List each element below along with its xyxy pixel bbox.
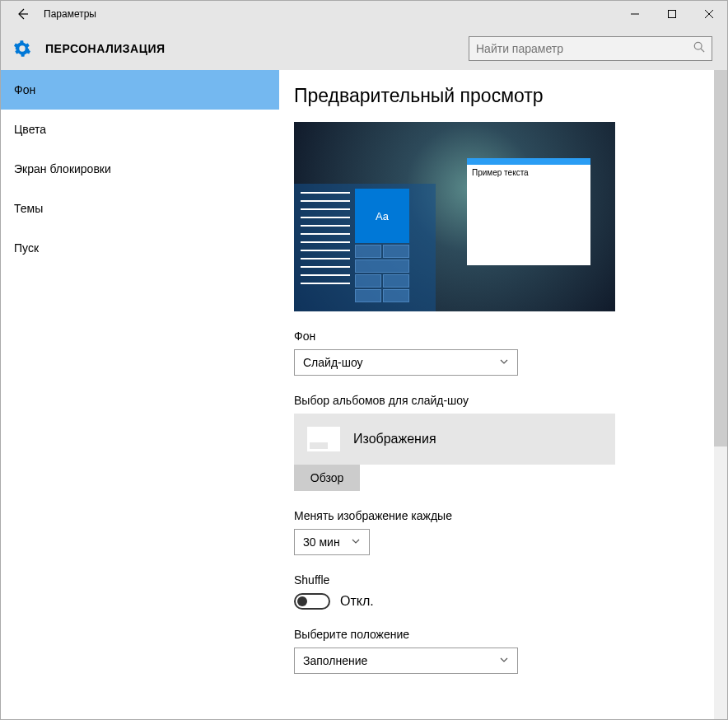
sidebar-item-themes[interactable]: Темы	[1, 189, 279, 228]
svg-point-1	[694, 42, 702, 49]
scrollbar[interactable]	[714, 70, 727, 719]
preview-window-text: Пример текста	[467, 165, 590, 180]
chevron-down-icon	[499, 654, 509, 667]
folder-name: Изображения	[353, 432, 436, 446]
preview-heading: Предварительный просмотр	[294, 85, 704, 107]
scrollbar-thumb[interactable]	[714, 70, 727, 446]
interval-dropdown[interactable]: 30 мин	[294, 529, 370, 555]
background-dropdown[interactable]: Слайд-шоу	[294, 349, 518, 376]
sidebar-item-background[interactable]: Фон	[1, 70, 279, 110]
search-icon	[693, 41, 705, 56]
maximize-button[interactable]	[653, 1, 690, 27]
preview-window: Пример текста	[467, 158, 590, 265]
desktop-preview: Aa Пример текста	[294, 122, 615, 311]
dropdown-value: Слайд-шоу	[303, 356, 363, 369]
sidebar-item-colors[interactable]: Цвета	[1, 110, 279, 149]
position-label: Выберите положение	[294, 628, 704, 641]
chevron-down-icon	[499, 356, 509, 369]
albums-label: Выбор альбомов для слайд-шоу	[294, 394, 704, 407]
preview-tile: Aa	[355, 189, 409, 243]
position-dropdown[interactable]: Заполнение	[294, 648, 518, 674]
shuffle-label: Shuffle	[294, 573, 704, 587]
sidebar-item-label: Фон	[14, 83, 35, 96]
folder-box: Изображения	[294, 414, 615, 465]
dropdown-value: 30 мин	[303, 535, 340, 549]
minimize-button[interactable]	[616, 1, 653, 27]
section-title: ПЕРСОНАЛИЗАЦИЯ	[45, 42, 469, 55]
folder-icon	[307, 427, 340, 451]
interval-label: Менять изображение каждые	[294, 509, 704, 522]
search-field[interactable]	[476, 42, 693, 55]
search-input[interactable]	[469, 36, 712, 61]
header: ПЕРСОНАЛИЗАЦИЯ	[1, 27, 727, 70]
sidebar: Фон Цвета Экран блокировки Темы Пуск	[1, 70, 279, 719]
browse-button[interactable]: Обзор	[294, 465, 360, 491]
sidebar-item-start[interactable]: Пуск	[1, 228, 279, 268]
sidebar-item-label: Темы	[14, 202, 43, 215]
background-label: Фон	[294, 330, 704, 343]
sidebar-item-label: Пуск	[14, 241, 39, 255]
sidebar-item-label: Экран блокировки	[14, 162, 111, 175]
content: Предварительный просмотр Aa Пример текст…	[279, 70, 727, 719]
titlebar: Параметры	[1, 1, 727, 27]
window-title: Параметры	[44, 8, 616, 20]
gear-icon	[11, 37, 34, 60]
chevron-down-icon	[351, 535, 361, 549]
shuffle-state: Откл.	[340, 594, 374, 609]
sidebar-item-label: Цвета	[14, 123, 46, 136]
close-button[interactable]	[690, 1, 727, 27]
sidebar-item-lockscreen[interactable]: Экран блокировки	[1, 149, 279, 189]
dropdown-value: Заполнение	[303, 654, 367, 667]
svg-rect-0	[668, 11, 675, 18]
back-button[interactable]	[11, 2, 34, 26]
shuffle-toggle[interactable]	[294, 593, 330, 610]
